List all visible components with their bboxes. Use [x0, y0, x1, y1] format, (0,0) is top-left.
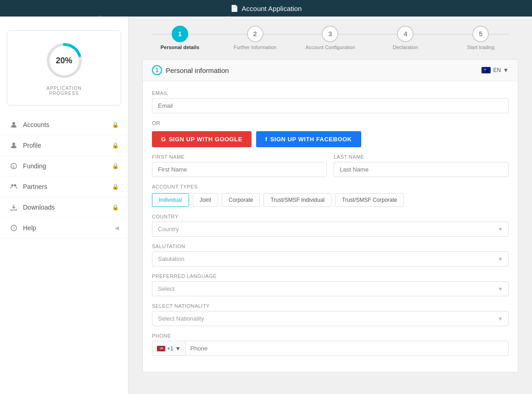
google-signup-button[interactable]: G SIGN UP WITH GOOGLE — [152, 131, 252, 147]
salutation-label: SALUTATION — [152, 244, 509, 249]
btn-type-individual[interactable]: Individual — [152, 193, 189, 207]
nationality-select[interactable]: Select Nationality — [152, 311, 509, 326]
profile-icon — [9, 141, 18, 150]
flag-au-icon: 🇦🇺 — [482, 67, 491, 73]
country-label: COUNTRY — [152, 214, 509, 219]
social-buttons: G SIGN UP WITH GOOGLE f SIGN UP WITH FAC… — [152, 131, 509, 147]
language-label: PREFERRED LANGUAGE — [152, 273, 509, 279]
lang-chevron-icon: ▼ — [503, 67, 509, 73]
email-group: EMAIL — [152, 90, 509, 113]
profile-lock-icon: 🔒 — [112, 142, 119, 149]
form-card: 1 Personal information 🇦🇺 EN ▼ EMAIL OR — [142, 59, 518, 372]
sidebar-item-partners-label: Partners — [23, 183, 47, 190]
sidebar-item-profile[interactable]: Profile 🔒 — [0, 135, 128, 156]
document-icon: 📄 — [230, 5, 238, 12]
funding-lock-icon: 🔒 — [112, 163, 119, 169]
btn-type-joint[interactable]: Joint — [193, 193, 218, 207]
downloads-icon — [9, 203, 18, 212]
svg-text:$: $ — [12, 165, 15, 169]
svg-text:?: ? — [13, 226, 15, 231]
nationality-group: SELECT NATIONALITY Select Nationality ▼ — [152, 303, 509, 326]
sidebar-item-partners[interactable]: Partners 🔒 — [0, 177, 128, 197]
btn-type-trust-individual[interactable]: Trust/SMSF Individual — [263, 193, 331, 207]
language-group: PREFERRED LANGUAGE Select ▼ — [152, 273, 509, 296]
form-body: EMAIL OR G SIGN UP WITH GOOGLE f SIGN UP… — [143, 81, 518, 372]
country-select[interactable]: Country — [152, 222, 509, 237]
phone-country-code: +1 — [167, 345, 174, 352]
accounts-lock-icon: 🔒 — [112, 122, 119, 128]
phone-prefix-button[interactable]: 🇺🇸 +1 ▼ — [152, 342, 186, 355]
step-3-circle: 3 — [322, 26, 338, 42]
step-3-label: Account Configuration — [305, 44, 355, 50]
last-name-group: LAST NAME — [334, 154, 509, 177]
form-title-text: Personal information — [166, 67, 229, 74]
first-name-input[interactable] — [152, 162, 327, 177]
name-row: FIRST NAME LAST NAME — [152, 154, 509, 177]
step-3: 3 Account Configuration — [293, 26, 368, 50]
lang-selector[interactable]: 🇦🇺 EN ▼ — [482, 67, 509, 73]
header: 📄 Account Application — [0, 0, 532, 17]
email-label: EMAIL — [152, 90, 509, 96]
sidebar-item-accounts[interactable]: Accounts 🔒 — [0, 115, 128, 135]
main-content: 1 Personal details 2 Further Information… — [129, 17, 532, 394]
sidebar-item-funding[interactable]: $ Funding 🔒 — [0, 156, 128, 177]
help-chevron-icon: ◀ — [115, 225, 119, 231]
phone-input[interactable] — [186, 341, 508, 355]
google-icon: G — [161, 136, 166, 143]
salutation-select-wrapper: Salutation ▼ — [152, 251, 509, 266]
svg-point-2 — [12, 122, 15, 125]
phone-prefix-chevron: ▼ — [175, 345, 181, 352]
lang-text: EN — [493, 67, 501, 73]
salutation-select[interactable]: Salutation — [152, 251, 509, 266]
nationality-select-wrapper: Select Nationality ▼ — [152, 311, 509, 326]
stepper: 1 Personal details 2 Further Information… — [142, 26, 518, 50]
nationality-label: SELECT NATIONALITY — [152, 303, 509, 309]
partners-icon — [9, 182, 18, 191]
main-layout: 20% APPLICATIONPROGRESS Accounts 🔒 Profi… — [0, 17, 532, 394]
flag-us-icon: 🇺🇸 — [157, 346, 165, 351]
form-card-title: 1 Personal information — [152, 65, 229, 75]
phone-row: 🇺🇸 +1 ▼ — [152, 341, 509, 356]
step-5: 5 Start trading — [443, 26, 518, 50]
last-name-label: LAST NAME — [334, 154, 509, 160]
last-name-input[interactable] — [334, 162, 509, 177]
language-select-wrapper: Select ▼ — [152, 281, 509, 296]
step-2-circle: 2 — [247, 26, 263, 42]
or-divider: OR — [152, 120, 509, 127]
sidebar-item-profile-label: Profile — [23, 142, 41, 149]
partners-lock-icon: 🔒 — [112, 183, 119, 190]
progress-label: APPLICATIONPROGRESS — [46, 86, 81, 96]
sidebar-item-accounts-label: Accounts — [23, 121, 50, 128]
step-1: 1 Personal details — [142, 26, 218, 50]
btn-type-trust-corporate[interactable]: Trust/SMSF Corporate — [335, 193, 404, 207]
downloads-lock-icon: 🔒 — [112, 204, 119, 211]
step-4: 4 Declaration — [368, 26, 443, 50]
svg-point-6 — [11, 184, 14, 187]
first-name-group: FIRST NAME — [152, 154, 327, 177]
step-1-label: Personal details — [161, 44, 199, 50]
svg-point-7 — [14, 184, 17, 187]
form-title-num: 1 — [152, 65, 162, 75]
account-types-section: ACCOUNT TYPES Individual Joint Corporate… — [152, 184, 509, 207]
sidebar-item-downloads-label: Downloads — [23, 204, 55, 211]
step-5-label: Start trading — [467, 44, 494, 50]
progress-circle: 20% — [44, 40, 85, 81]
header-title: Account Application — [242, 5, 302, 12]
sidebar-item-downloads[interactable]: Downloads 🔒 — [0, 197, 128, 218]
step-5-circle: 5 — [472, 26, 489, 42]
facebook-signup-button[interactable]: f SIGN UP WITH FACEBOOK — [256, 131, 361, 147]
svg-point-3 — [12, 143, 15, 145]
progress-card: 20% APPLICATIONPROGRESS — [7, 30, 121, 105]
sidebar-item-help[interactable]: ? Help ◀ — [0, 218, 128, 239]
sidebar-item-help-label: Help — [23, 224, 36, 232]
sidebar: 20% APPLICATIONPROGRESS Accounts 🔒 Profi… — [0, 17, 129, 394]
step-4-circle: 4 — [397, 26, 414, 42]
first-name-label: FIRST NAME — [152, 154, 327, 160]
facebook-icon: f — [265, 136, 268, 143]
language-select[interactable]: Select — [152, 281, 509, 296]
email-input[interactable] — [152, 98, 509, 113]
form-card-header: 1 Personal information 🇦🇺 EN ▼ — [143, 60, 518, 81]
funding-icon: $ — [9, 161, 18, 171]
country-select-wrapper: Country ▼ — [152, 222, 509, 237]
btn-type-corporate[interactable]: Corporate — [222, 193, 260, 207]
